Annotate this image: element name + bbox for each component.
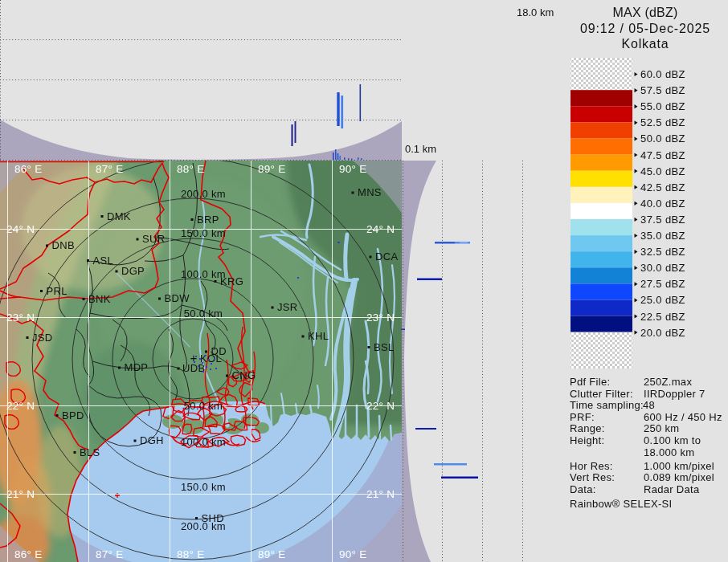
svg-text:24° N: 24° N: [6, 223, 35, 235]
svg-text:86° E: 86° E: [14, 548, 43, 560]
svg-text:100.0 km: 100.0 km: [181, 436, 226, 448]
svg-text:40.0 dBZ: 40.0 dBZ: [640, 198, 685, 210]
svg-text:47.5 dBZ: 47.5 dBZ: [640, 149, 685, 161]
svg-text:JSD: JSD: [32, 332, 52, 344]
svg-text:30.0 dBZ: 30.0 dBZ: [640, 262, 685, 274]
svg-text:Range:: Range:: [570, 422, 605, 434]
svg-text:PRF:: PRF:: [570, 411, 595, 423]
svg-text:18.000 km: 18.000 km: [644, 446, 694, 458]
svg-text:Kolkata: Kolkata: [622, 37, 669, 51]
svg-text:23° N: 23° N: [6, 312, 35, 324]
svg-text:DGH: DGH: [140, 434, 164, 446]
svg-text:ASL: ASL: [93, 255, 113, 267]
svg-text:MNS: MNS: [358, 186, 382, 198]
svg-text:DGP: DGP: [121, 265, 145, 277]
svg-text:IIRDoppler 7: IIRDoppler 7: [644, 388, 706, 400]
svg-text:Clutter Filter:: Clutter Filter:: [570, 388, 633, 400]
svg-text:23° N: 23° N: [366, 312, 395, 324]
svg-text:22° N: 22° N: [6, 400, 35, 412]
svg-text:22.5 dBZ: 22.5 dBZ: [640, 311, 685, 323]
svg-text:45.0 dBZ: 45.0 dBZ: [640, 165, 685, 177]
svg-text:21° N: 21° N: [366, 488, 395, 500]
svg-text:1.000 km/pixel: 1.000 km/pixel: [644, 460, 714, 472]
svg-text:35.0 dBZ: 35.0 dBZ: [640, 230, 685, 242]
svg-text:87° E: 87° E: [96, 548, 124, 560]
svg-text:Hor Res:: Hor Res:: [570, 460, 613, 472]
svg-text:09:12 / 05-Dec-2025: 09:12 / 05-Dec-2025: [580, 22, 710, 35]
svg-text:KRG: KRG: [220, 275, 243, 287]
svg-text:86° E: 86° E: [14, 163, 43, 175]
svg-text:DNB: DNB: [52, 239, 75, 251]
svg-text:50.0 dBZ: 50.0 dBZ: [640, 132, 685, 145]
svg-text:150.0 km: 150.0 km: [181, 227, 226, 239]
svg-text:88° E: 88° E: [177, 163, 205, 175]
svg-text:PRL: PRL: [47, 285, 67, 297]
svg-text:BLS: BLS: [80, 446, 100, 458]
svg-text:52.5 dBZ: 52.5 dBZ: [640, 116, 685, 128]
svg-text:20.0 dBZ: 20.0 dBZ: [640, 327, 685, 339]
svg-text:Rainbow® SELEX-SI: Rainbow® SELEX-SI: [570, 498, 672, 510]
svg-text:88° E: 88° E: [177, 548, 205, 560]
svg-text:50.0 km: 50.0 km: [184, 307, 223, 320]
svg-text:DMK: DMK: [107, 210, 131, 222]
svg-text:32.5 dBZ: 32.5 dBZ: [640, 246, 685, 258]
svg-text:250Z.max: 250Z.max: [644, 376, 692, 388]
svg-text:CNG: CNG: [232, 369, 256, 381]
svg-text:50.0 km: 50.0 km: [184, 400, 223, 412]
svg-text:25.0 dBZ: 25.0 dBZ: [640, 294, 685, 306]
svg-text:24° N: 24° N: [366, 223, 395, 235]
svg-text:57.5 dBZ: 57.5 dBZ: [640, 84, 685, 96]
svg-text:BPD: BPD: [62, 409, 84, 422]
svg-text:BDW: BDW: [165, 292, 190, 304]
svg-text:0.100 km to: 0.100 km to: [644, 434, 701, 446]
svg-text:18.0 km: 18.0 km: [517, 6, 554, 18]
svg-text:0.089 km/pixel: 0.089 km/pixel: [644, 471, 714, 483]
svg-text:SUR: SUR: [142, 233, 165, 245]
svg-text:SHD: SHD: [202, 512, 224, 524]
svg-text:JSR: JSR: [277, 301, 297, 313]
svg-text:MAX (dBZ): MAX (dBZ): [613, 6, 678, 19]
svg-text:150.0 km: 150.0 km: [181, 481, 226, 493]
svg-text:90° E: 90° E: [339, 548, 367, 560]
svg-text:0.1 km: 0.1 km: [405, 143, 436, 155]
svg-text:Time sampling:: Time sampling:: [570, 399, 644, 411]
svg-text:600 Hz / 450 Hz: 600 Hz / 450 Hz: [644, 411, 722, 423]
svg-text:27.5 dBZ: 27.5 dBZ: [640, 278, 685, 290]
svg-text:Vert Res:: Vert Res:: [570, 471, 615, 483]
svg-text:21° N: 21° N: [6, 488, 35, 500]
svg-text:MDP: MDP: [125, 361, 149, 373]
svg-text:250 km: 250 km: [644, 422, 679, 434]
svg-text:BRP: BRP: [197, 214, 219, 226]
svg-text:55.0 dBZ: 55.0 dBZ: [640, 100, 685, 112]
svg-text:60.0 dBZ: 60.0 dBZ: [640, 68, 685, 80]
svg-text:Pdf File:: Pdf File:: [570, 376, 610, 388]
svg-text:42.5 dBZ: 42.5 dBZ: [640, 181, 685, 193]
svg-text:22° N: 22° N: [366, 400, 395, 412]
svg-text:37.5 dBZ: 37.5 dBZ: [640, 214, 685, 226]
svg-text:BSL: BSL: [374, 341, 394, 353]
svg-text:Radar Data: Radar Data: [644, 483, 700, 495]
svg-text:200.0 km: 200.0 km: [181, 188, 226, 200]
svg-text:Data:: Data:: [570, 483, 596, 495]
svg-text:90° E: 90° E: [339, 163, 367, 175]
svg-text:BNK: BNK: [88, 293, 111, 305]
svg-text:100.0 km: 100.0 km: [181, 268, 226, 280]
svg-text:Height:: Height:: [570, 434, 604, 446]
svg-text:KHL: KHL: [308, 330, 329, 342]
svg-text:87° E: 87° E: [96, 163, 124, 175]
svg-text:89° E: 89° E: [258, 163, 286, 175]
svg-text:DCA: DCA: [375, 250, 398, 263]
svg-text:89° E: 89° E: [258, 548, 286, 560]
svg-text:48: 48: [643, 399, 655, 411]
svg-text:UDB: UDB: [182, 362, 205, 374]
